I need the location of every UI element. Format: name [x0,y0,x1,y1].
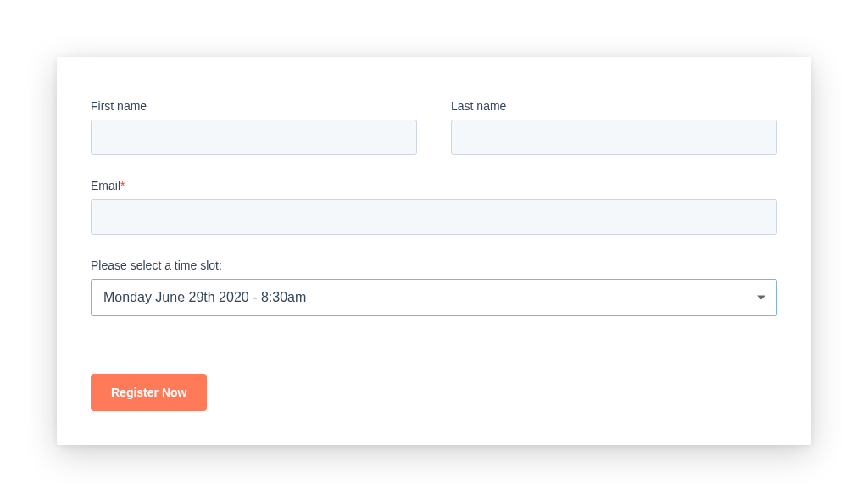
email-label-text: Email [91,179,120,192]
email-label: Email* [91,179,777,192]
time-slot-select-wrapper: Monday June 29th 2020 - 8:30am [91,279,777,316]
time-slot-field: Please select a time slot: Monday June 2… [91,259,777,316]
time-slot-select[interactable]: Monday June 29th 2020 - 8:30am [91,279,777,316]
last-name-input[interactable] [451,120,777,155]
register-button[interactable]: Register Now [91,374,207,411]
required-marker: * [120,179,125,192]
last-name-field: Last name [451,99,777,155]
time-slot-label: Please select a time slot: [91,259,777,272]
name-row: First name Last name [91,99,777,155]
email-field: Email* [91,179,777,235]
registration-form-card: First name Last name Email* Please selec… [57,57,811,445]
email-input[interactable] [91,199,777,235]
first-name-field: First name [91,99,417,155]
last-name-label: Last name [451,99,777,113]
first-name-label: First name [91,99,417,113]
first-name-input[interactable] [91,120,417,155]
